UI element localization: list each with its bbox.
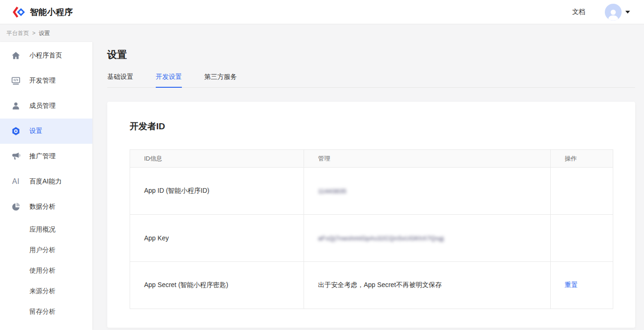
breadcrumb-current: 设置 bbox=[39, 29, 50, 37]
avatar[interactable] bbox=[605, 4, 622, 21]
sidebar-item-members[interactable]: 成员管理 bbox=[0, 93, 92, 119]
sidebar-item-baidu-ai[interactable]: AI 百度AI能力 bbox=[0, 169, 92, 194]
breadcrumb: 平台首页 > 设置 bbox=[0, 24, 644, 42]
settings-tabs: 基础设置 开发设置 第三方服务 bbox=[107, 73, 635, 88]
table-row-app-id: App ID (智能小程序ID) 11443835 bbox=[130, 168, 613, 215]
app-key-value-blurred: aFsQj7nwshmtGpAs32CQnSxUGKhX7Qsgj bbox=[318, 235, 444, 242]
column-header-action: 操作 bbox=[551, 150, 613, 168]
table-row-app-key: App Key aFsQj7nwshmtGpAs32CQnSxUGKhX7Qsg… bbox=[130, 215, 613, 262]
top-header: 智能小程序 文档 bbox=[0, 0, 644, 24]
sidebar-item-dev-management[interactable]: 开发管理 bbox=[0, 68, 92, 93]
brand-title: 智能小程序 bbox=[30, 7, 73, 18]
sidebar-item-home[interactable]: 小程序首页 bbox=[0, 43, 92, 68]
page-title: 设置 bbox=[107, 48, 635, 61]
brand: 智能小程序 bbox=[12, 5, 73, 19]
sidebar-subitem-label: 来源分析 bbox=[29, 287, 55, 295]
column-header-id-info: ID信息 bbox=[130, 150, 304, 168]
user-icon bbox=[606, 7, 620, 21]
home-icon bbox=[11, 51, 21, 60]
sidebar-subitem-source-analysis[interactable]: 来源分析 bbox=[0, 281, 92, 302]
app-id-value-blurred: 11443835 bbox=[318, 188, 346, 195]
brand-logo-icon bbox=[12, 5, 26, 19]
card-heading: 开发者ID bbox=[130, 120, 613, 133]
docs-link[interactable]: 文档 bbox=[572, 8, 585, 16]
sidebar-item-label: 开发管理 bbox=[29, 77, 55, 85]
sidebar-item-label: 数据分析 bbox=[29, 203, 55, 211]
sidebar-item-label: 推广管理 bbox=[29, 152, 55, 161]
tab-third-party[interactable]: 第三方服务 bbox=[204, 73, 237, 87]
table-row-app-secret: App Secret (智能小程序密匙) 出于安全考虑，App Secret不再… bbox=[130, 262, 613, 309]
sidebar-item-label: 百度AI能力 bbox=[29, 177, 62, 186]
app-secret-note: 出于安全考虑，App Secret不再被明文保存 bbox=[304, 262, 551, 309]
breadcrumb-separator: > bbox=[32, 30, 35, 36]
sidebar-item-settings[interactable]: 设置 bbox=[0, 119, 92, 144]
chevron-down-icon[interactable] bbox=[625, 11, 630, 14]
header-right: 文档 bbox=[572, 4, 630, 21]
gear-icon bbox=[11, 126, 21, 136]
sidebar-item-promotion[interactable]: 推广管理 bbox=[0, 144, 92, 169]
sidebar: 小程序首页 开发管理 成员管理 bbox=[0, 42, 92, 330]
row-label: App ID (智能小程序ID) bbox=[130, 168, 304, 215]
row-action-empty bbox=[551, 215, 613, 262]
developer-id-table: ID信息 管理 操作 App ID (智能小程序ID) 11443835 App… bbox=[130, 149, 613, 309]
sidebar-item-label: 成员管理 bbox=[29, 102, 55, 110]
row-action-empty bbox=[551, 168, 613, 215]
table-header-row: ID信息 管理 操作 bbox=[130, 150, 613, 168]
sidebar-subitem-label: 使用分析 bbox=[29, 267, 55, 275]
column-header-manage: 管理 bbox=[304, 150, 551, 168]
main-content: 设置 基础设置 开发设置 第三方服务 开发者ID ID信息 管理 操作 App … bbox=[92, 42, 644, 330]
tab-basic-settings[interactable]: 基础设置 bbox=[107, 73, 133, 87]
sidebar-subitem-app-overview[interactable]: 应用概况 bbox=[0, 219, 92, 240]
sidebar-item-label: 设置 bbox=[29, 127, 42, 135]
sidebar-subitem-label: 用户分析 bbox=[29, 246, 55, 254]
code-icon bbox=[11, 76, 21, 85]
sidebar-subitem-label: 应用概况 bbox=[29, 225, 55, 234]
ai-icon: AI bbox=[11, 177, 21, 186]
sidebar-subitem-user-analysis[interactable]: 用户分析 bbox=[0, 240, 92, 260]
reset-link[interactable]: 重置 bbox=[565, 281, 578, 288]
breadcrumb-platform-home[interactable]: 平台首页 bbox=[7, 29, 29, 37]
tab-dev-settings[interactable]: 开发设置 bbox=[156, 73, 182, 87]
sidebar-subitem-label: 留存分析 bbox=[29, 308, 55, 316]
sidebar-item-data-analysis[interactable]: 数据分析 bbox=[0, 194, 92, 219]
megaphone-icon bbox=[11, 152, 21, 161]
row-label: App Secret (智能小程序密匙) bbox=[130, 262, 304, 309]
sidebar-subitem-usage-analysis[interactable]: 使用分析 bbox=[0, 260, 92, 281]
pie-chart-icon bbox=[11, 202, 21, 211]
member-icon bbox=[11, 101, 21, 111]
developer-id-card: 开发者ID ID信息 管理 操作 App ID (智能小程序ID) 114438… bbox=[107, 102, 635, 328]
row-label: App Key bbox=[130, 215, 304, 262]
sidebar-item-label: 小程序首页 bbox=[29, 51, 62, 60]
sidebar-subitem-retention-analysis[interactable]: 留存分析 bbox=[0, 302, 92, 322]
